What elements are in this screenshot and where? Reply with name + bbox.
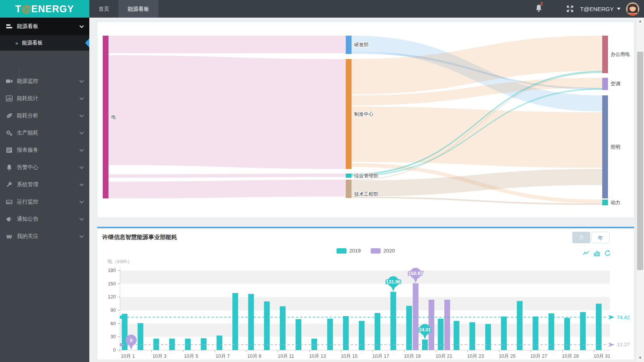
x-tick-label: 10月 19 bbox=[404, 354, 421, 359]
sankey-link-电-制造中心[interactable] bbox=[108, 55, 346, 169]
bar-2019-10月3[interactable] bbox=[153, 339, 159, 350]
bar-2019-10月23[interactable] bbox=[470, 322, 475, 350]
sidebar-item-my-follows[interactable]: ₩ 我的关注 bbox=[0, 228, 89, 245]
sankey-node-办公用电[interactable] bbox=[602, 36, 608, 73]
sankey-node-动力[interactable] bbox=[602, 200, 608, 205]
sankey-node-研发部[interactable] bbox=[346, 36, 352, 54]
legend-swatch-2020 bbox=[371, 248, 381, 254]
x-tick-label: 10月 15 bbox=[341, 354, 358, 359]
sankey-node-label: 照明 bbox=[611, 144, 620, 150]
bar-2020-10月20[interactable] bbox=[429, 300, 434, 350]
energy-flow-sankey-chart[interactable]: 电研发部制造中心综合管理部技术工程部办公用电空调照明动力 bbox=[97, 22, 634, 218]
tab-home[interactable]: 首页 bbox=[89, 0, 118, 18]
sankey-node-技术工程部[interactable] bbox=[346, 180, 352, 198]
scrollbar-thumb[interactable] bbox=[637, 52, 643, 270]
bar-2019-10月2[interactable] bbox=[138, 323, 143, 350]
bar-2019-10月11[interactable] bbox=[280, 306, 286, 350]
bar-2019-10月4[interactable] bbox=[169, 339, 175, 350]
bar-2019-10月27[interactable] bbox=[532, 316, 538, 350]
page-scrollbar[interactable]: ▲ ▼ bbox=[636, 18, 644, 362]
legend-item-2019[interactable]: 2019 bbox=[337, 248, 361, 254]
report-icon bbox=[6, 147, 13, 154]
legend-item-2020[interactable]: 2020 bbox=[371, 248, 395, 254]
bar-2019-10月13[interactable] bbox=[311, 339, 317, 350]
app-logo: T@ENERGY bbox=[0, 0, 89, 18]
bar-2019-10月6[interactable] bbox=[201, 338, 207, 350]
bar-2019-10月15[interactable] bbox=[343, 316, 349, 350]
month-button[interactable]: 月 bbox=[572, 232, 590, 243]
sidebar-item-energy-monitoring[interactable]: 能源监控 bbox=[0, 72, 89, 90]
sidebar-item-alarm-center[interactable]: 告警中心 bbox=[0, 159, 89, 176]
app-header: T@ENERGY 首页 能源看板 2 T@ENERGY bbox=[0, 0, 644, 18]
bar-2019-10月22[interactable] bbox=[453, 321, 459, 350]
sidebar-subitem-energy-dashboard[interactable]: » 能源看板 bbox=[0, 35, 89, 51]
x-tick-label: 10月 27 bbox=[531, 354, 547, 359]
x-tick-label: 10月 21 bbox=[435, 354, 452, 359]
bar-2019-10月31[interactable] bbox=[596, 304, 601, 350]
bar-2019-10月25[interactable] bbox=[501, 316, 507, 350]
sidebar-item-notices[interactable]: 通知公告 bbox=[0, 210, 89, 228]
sidebar-item-energy-analysis[interactable]: 能耗分析 bbox=[0, 107, 89, 124]
bar-2019-10月10[interactable] bbox=[264, 301, 270, 350]
bar-2019-10月5[interactable] bbox=[185, 339, 191, 350]
fullscreen-icon[interactable] bbox=[566, 5, 574, 13]
y-tick-label: 180 bbox=[108, 268, 116, 273]
chevron-down-icon bbox=[79, 182, 84, 186]
bar-2019-10月19[interactable] bbox=[406, 306, 412, 350]
bar-2019-10月9[interactable] bbox=[248, 294, 254, 350]
sankey-node-空调[interactable] bbox=[602, 78, 608, 90]
bar-2019-10月24[interactable] bbox=[485, 324, 491, 350]
period-toggle: 月 年 bbox=[571, 232, 610, 243]
sidebar-item-production-energy[interactable]: 生产能耗 bbox=[0, 124, 89, 141]
scroll-up-icon[interactable]: ▲ bbox=[636, 19, 644, 23]
avg-line-start-dot bbox=[120, 343, 123, 346]
chevron-down-icon bbox=[79, 24, 84, 28]
sankey-link-制造中心-照明[interactable] bbox=[352, 106, 602, 168]
sidebar-item-system-management[interactable]: 系统管理 bbox=[0, 176, 89, 193]
bar-2019-10月14[interactable] bbox=[327, 319, 333, 350]
x-tick-label: 10月 11 bbox=[278, 354, 294, 359]
y-tick-label: 0 bbox=[113, 347, 116, 353]
sidebar-item-operation-monitoring[interactable]: 运行监控 bbox=[0, 193, 89, 210]
drive-icon bbox=[6, 198, 13, 205]
marker-value: 0 bbox=[130, 338, 133, 343]
bar-2019-10月29[interactable] bbox=[564, 318, 570, 350]
sankey-node-电[interactable] bbox=[103, 36, 108, 198]
sankey-link-电-综合管理部[interactable] bbox=[108, 174, 346, 178]
avatar[interactable] bbox=[626, 2, 639, 16]
sidebar-item-energy-dashboard[interactable]: 能源看板 bbox=[0, 18, 89, 35]
sankey-node-照明[interactable] bbox=[602, 95, 608, 198]
split-band bbox=[120, 270, 610, 284]
sankey-link-电-技术工程部[interactable] bbox=[108, 180, 346, 198]
bar-2019-10月8[interactable] bbox=[232, 293, 238, 350]
bar-2019-10月12[interactable] bbox=[296, 319, 301, 350]
bar-2020-10月21[interactable] bbox=[444, 300, 450, 350]
sankey-node-制造中心[interactable] bbox=[346, 59, 352, 169]
bar-2019-10月26[interactable] bbox=[517, 301, 522, 350]
sankey-node-综合管理部[interactable] bbox=[346, 174, 352, 178]
notification-badge: 2 bbox=[540, 1, 543, 7]
notifications-button[interactable]: 2 bbox=[535, 4, 542, 14]
year-button[interactable]: 年 bbox=[591, 232, 610, 243]
user-menu[interactable]: T@ENERGY bbox=[580, 6, 621, 12]
dashboard-icon bbox=[6, 23, 13, 30]
sankey-node-label: 制造中心 bbox=[354, 111, 374, 117]
sankey-node-label: 研发部 bbox=[354, 42, 369, 48]
x-tick-label: 10月 5 bbox=[184, 354, 198, 359]
bar-2019-10月21[interactable] bbox=[438, 319, 444, 350]
gears-icon bbox=[6, 129, 13, 136]
bar-2019-10月16[interactable] bbox=[359, 321, 365, 350]
scroll-down-icon[interactable]: ▼ bbox=[636, 356, 644, 360]
bar-2019-10月18[interactable] bbox=[390, 292, 396, 350]
sankey-link-电-研发部[interactable] bbox=[108, 36, 346, 53]
bar-2020-10月19[interactable] bbox=[413, 283, 419, 350]
tab-energy-dashboard[interactable]: 能源看板 bbox=[118, 0, 158, 18]
chevron-down-icon bbox=[79, 113, 84, 117]
sidebar-item-energy-statistics[interactable]: 能耗统计 bbox=[0, 90, 89, 107]
chevron-down-icon bbox=[79, 95, 84, 100]
sidebar-item-report-service[interactable]: 报表服务 bbox=[0, 141, 89, 159]
bar-2019-10月7[interactable] bbox=[217, 336, 222, 350]
chevron-down-icon bbox=[79, 130, 84, 134]
chevron-down-icon bbox=[79, 147, 84, 151]
chevron-down-icon bbox=[617, 8, 621, 10]
